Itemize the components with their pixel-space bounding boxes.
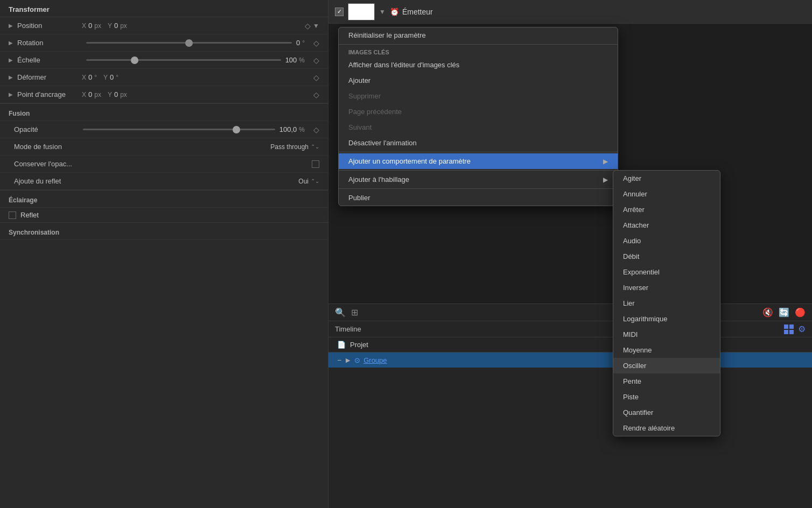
deformer-label: Déformer [17,73,82,81]
timeline-controls: ⚙ [784,324,806,334]
ctx-page-precedente: Page précédente [339,104,618,119]
point-ancrage-expand[interactable]: ▶ [9,91,14,97]
sync-section: Synchronisation [0,222,328,240]
rotation-slider[interactable] [86,42,292,44]
record-icon[interactable]: 🔴 [795,307,806,318]
ancrage-diamond[interactable]: ◇ [313,90,319,99]
submenu-arreter[interactable]: Arrêter [613,202,720,217]
ctx-desactiver-label: Désactiver l'animation [348,139,417,147]
deformer-x-value[interactable]: 0 [88,73,92,81]
ancrage-x-value[interactable]: 0 [88,90,92,98]
submenu-quantifier[interactable]: Quantifier [613,405,720,420]
opacite-diamond[interactable]: ◇ [313,125,319,134]
mode-fusion-value: Pass through [270,143,309,151]
reflet-checkbox[interactable] [9,211,16,219]
submenu-moyenne[interactable]: Moyenne [613,342,720,358]
search-icon[interactable]: 🔍 [335,307,346,318]
conserver-opac-row: Conserver l'opac... [0,156,328,173]
position-keyframe-icon[interactable]: ◇ [305,22,311,30]
submenu-inverser[interactable]: Inverser [613,280,720,295]
projet-doc-icon: 📄 [337,341,346,349]
submenu-lier[interactable]: Lier [613,295,720,311]
ctx-publier-label: Publier [348,194,370,202]
rotation-row: ▶ Rotation 0 ° ◇ [0,34,328,52]
echelle-diamond[interactable]: ◇ [313,56,319,65]
ctx-ajouter-label: Ajouter [348,76,370,84]
ctx-ajouter-comportement[interactable]: Ajouter un comportement de paramètre ▶ [339,153,618,169]
conserver-checkbox[interactable] [312,160,319,168]
submenu-piste[interactable]: Piste [613,389,720,405]
echelle-unit: % [299,57,305,64]
rotation-value[interactable]: 0 [296,39,300,47]
position-expand[interactable]: ▶ [9,23,14,29]
position-more-icon[interactable]: ▼ [313,22,319,30]
timeline-grid-icon[interactable] [784,324,794,334]
deformer-diamond[interactable]: ◇ [313,73,319,82]
position-x-value[interactable]: 0 [88,22,92,30]
ctx-suivant: Suivant [339,119,618,135]
conserver-label: Conserver l'opac... [14,160,79,168]
ctx-afficher-label: Afficher dans l'éditeur d'images clés [348,61,459,69]
submenu-logarithmique[interactable]: Logarithmique [613,311,720,327]
expand-layer-icon[interactable]: ▼ [379,8,386,16]
groupe-minus[interactable]: − [337,356,341,364]
ctx-publier[interactable]: Publier [339,190,618,206]
submenu-audio[interactable]: Audio [613,233,720,249]
deformer-y-unit: ° [116,74,118,81]
submenu-rendre-aleatoire[interactable]: Rendre aléatoire [613,420,720,436]
context-menu: Réinitialiser le paramètre IMAGES CLÉS A… [338,27,618,206]
ctx-images-cles-section: IMAGES CLÉS [339,46,618,57]
opacite-unit: % [299,126,305,133]
submenu-exponentiel[interactable]: Exponentiel [613,264,720,280]
submenu-annuler[interactable]: Annuler [613,186,720,202]
deformer-y-label: Y [103,74,108,81]
ajoute-reflet-dropdown[interactable]: Oui ⌃⌄ [298,178,319,185]
groupe-play[interactable]: ▶ [346,357,350,364]
ctx-desactiver[interactable]: Désactiver l'animation [339,135,618,151]
timeline-title: Timeline [335,325,361,333]
fusion-title: Fusion [9,110,30,117]
grid-view-icon[interactable]: ⊞ [351,307,358,318]
ajoute-reflet-label: Ajoute du reflet [14,177,79,185]
opacite-slider[interactable] [83,129,275,130]
ctx-reinitialiser[interactable]: Réinitialiser le paramètre [339,27,618,43]
ctx-sep-1 [339,44,618,45]
deformer-y-value[interactable]: 0 [110,73,114,81]
reflet-row: Reflet [0,208,328,222]
groupe-label[interactable]: Groupe [363,356,387,364]
mode-fusion-dropdown[interactable]: Pass through ⌃⌄ [270,143,319,151]
submenu-osciller[interactable]: Osciller [613,358,720,373]
eclairage-title: Éclairage [9,196,37,204]
ctx-reinitialiser-label: Réinitialiser le paramètre [348,31,426,39]
submenu-midi[interactable]: MIDI [613,327,720,342]
ctx-sep-2 [339,152,618,152]
groupe-icon: ⊙ [354,356,360,364]
echelle-slider[interactable] [86,59,281,61]
audio-mute-icon[interactable]: 🔇 [762,307,773,318]
rotation-expand[interactable]: ▶ [9,40,14,46]
echelle-expand[interactable]: ▶ [9,57,14,63]
position-y-value[interactable]: 0 [114,22,118,30]
ancrage-y-value[interactable]: 0 [114,90,118,98]
mode-fusion-arrows: ⌃⌄ [311,144,319,150]
opacite-value[interactable]: 100,0 [279,125,297,133]
submenu-pente[interactable]: Pente [613,373,720,389]
layer-checkbox[interactable] [335,8,344,16]
echelle-label: Échelle [17,56,82,64]
groupe-row[interactable]: − ▶ ⊙ Groupe [328,352,812,368]
rotation-diamond[interactable]: ◇ [313,39,319,47]
ctx-habillage-label: Ajouter à l'habillage [348,175,409,184]
ctx-ajouter[interactable]: Ajouter [339,73,618,88]
deformer-expand[interactable]: ▶ [9,74,14,80]
rotation-unit: ° [302,39,305,47]
position-row: ▶ Position X 0 px Y 0 px ◇ ▼ [0,17,328,34]
submenu-agiter[interactable]: Agiter [613,171,720,186]
submenu-debit[interactable]: Débit [613,249,720,264]
ctx-ajouter-habillage[interactable]: Ajouter à l'habillage ▶ [339,172,618,187]
submenu-attacher[interactable]: Attacher [613,217,720,233]
echelle-value[interactable]: 100 [285,56,297,64]
timeline-settings-icon[interactable]: ⚙ [798,324,806,334]
loop-icon[interactable]: 🔄 [779,307,789,318]
ctx-suivant-label: Suivant [348,123,372,131]
ctx-afficher-editeur[interactable]: Afficher dans l'éditeur d'images clés [339,57,618,73]
